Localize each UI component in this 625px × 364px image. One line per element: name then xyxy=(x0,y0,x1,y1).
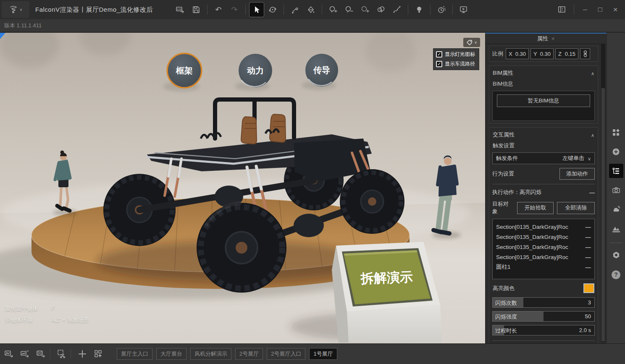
close-icon[interactable] xyxy=(551,36,555,42)
app-menu-button[interactable]: ∨ xyxy=(2,1,29,18)
tab-fan-disassembly[interactable]: 风机分解演示 xyxy=(190,348,231,360)
menu-item-show-traffic[interactable]: 显示车流路径 xyxy=(436,60,476,68)
axis-label: Y xyxy=(533,51,537,57)
panel-scrollbar[interactable] xyxy=(601,44,605,342)
video-export-button[interactable] xyxy=(34,347,48,361)
tab-hall-1[interactable]: 1号展厅 xyxy=(309,348,337,360)
start-pick-label: 开始拾取 xyxy=(524,204,546,212)
scrollbar-thumb[interactable] xyxy=(601,88,605,341)
flash-intensity-slider[interactable]: 闪烁强度 50 xyxy=(492,311,595,322)
plus-icon xyxy=(78,349,87,359)
eyedropper-tool-button[interactable] xyxy=(288,3,302,17)
select-tool-button[interactable] xyxy=(249,3,264,17)
highlight-color-swatch[interactable] xyxy=(583,283,594,293)
minimize-button[interactable] xyxy=(579,3,591,16)
collapse-icon[interactable] xyxy=(591,132,594,138)
fill-tool-button[interactable] xyxy=(304,3,318,17)
light-add-button[interactable] xyxy=(326,3,340,17)
target-list-item[interactable]: Section[0135_DarkGray]Roc xyxy=(496,222,591,232)
bim-empty-button[interactable]: 暂无BIM信息 xyxy=(497,94,590,107)
add-view-button[interactable] xyxy=(76,347,89,361)
scale-link-toggle[interactable] xyxy=(580,48,590,59)
terrain-panel-button[interactable] xyxy=(609,222,623,236)
kiosk-screen[interactable]: 拆解演示 xyxy=(360,270,413,286)
add-action-label: 添加动作 xyxy=(566,170,588,178)
save-button[interactable] xyxy=(189,3,203,17)
tab-hall-main-entrance[interactable]: 展厅主入口 xyxy=(117,348,152,360)
divider xyxy=(322,5,322,15)
target-list-item[interactable]: Section[0135_DarkGray]Roc xyxy=(496,242,591,252)
clear-all-button[interactable]: 全部清除 xyxy=(557,202,595,214)
help-button[interactable] xyxy=(609,267,623,282)
layout-grid-icon xyxy=(557,5,567,14)
tab-lobby-booth[interactable]: 大厅展台 xyxy=(156,348,186,360)
divider xyxy=(245,5,246,15)
add-grid-view-button[interactable] xyxy=(92,347,105,361)
viewport-3d[interactable]: 框架 动力 传导 xyxy=(0,33,485,343)
interaction-section-header[interactable]: 交互属性 xyxy=(492,130,595,141)
scene-tree-panel-button[interactable] xyxy=(609,164,623,178)
link-chain-icon xyxy=(583,50,588,57)
demo-play-button[interactable] xyxy=(457,3,471,17)
layout-button[interactable] xyxy=(555,3,569,17)
exe-export-button[interactable]: EXE xyxy=(173,3,187,17)
ai-image-export-button[interactable]: AI xyxy=(18,347,32,361)
image-export-button[interactable] xyxy=(3,347,16,361)
checkbox-checked-icon[interactable] xyxy=(436,61,442,67)
target-object-list[interactable]: Section[0135_DarkGray]Roc Section[0135_D… xyxy=(492,219,595,279)
titlebar: ∨ FalconV渲染器丨展厅Demo_流化修改后 EXE ↶ ↷ xyxy=(0,0,625,19)
trigger-settings-label: 触发设置 xyxy=(492,141,595,152)
divider xyxy=(492,340,595,341)
interaction-header-label: 交互属性 xyxy=(493,131,515,139)
light-pick-add-button[interactable] xyxy=(358,3,372,17)
settings-button[interactable] xyxy=(609,248,623,262)
shortcut-hints: 聚焦选中物体 F 沿物体环视 ALT + 拖拽场景 xyxy=(5,305,89,324)
scale-x-field[interactable]: X 0.30 xyxy=(506,48,529,59)
light-group-button[interactable] xyxy=(374,3,388,17)
target-list-item[interactable]: Section[0135_DarkGray]Roc xyxy=(496,232,591,242)
remove-target-icon[interactable] xyxy=(586,224,591,230)
maximize-button[interactable] xyxy=(594,3,607,16)
path-tool-button[interactable] xyxy=(390,3,404,17)
panel-tab-properties[interactable]: 属性 xyxy=(486,34,607,44)
remove-target-icon[interactable] xyxy=(586,244,591,250)
scale-z-field[interactable]: Z 0.15 xyxy=(555,48,578,59)
target-list-item[interactable]: Section[0135_DarkGray]Roc xyxy=(496,252,591,262)
trigger-condition-dropdown[interactable]: 触发条件 左键单击 xyxy=(492,152,595,164)
material-panel-button[interactable] xyxy=(609,144,623,159)
panel-body: 比例 X 0.30 Y 0.30 Z 0.15 xyxy=(486,44,600,343)
bim-section-header[interactable]: BIM属性 xyxy=(492,68,595,79)
tab-hall-2-entrance[interactable]: 2号展厅入口 xyxy=(267,348,305,360)
remove-action-icon[interactable] xyxy=(589,189,595,196)
light-remove-button[interactable] xyxy=(342,3,356,17)
crop-screenshot-button[interactable] xyxy=(55,347,68,361)
undo-button[interactable]: ↶ xyxy=(211,3,226,17)
remove-target-icon[interactable] xyxy=(586,254,591,260)
environment-panel-button[interactable] xyxy=(609,202,623,217)
svg-text:AI: AI xyxy=(26,350,29,352)
menu-item-show-lights[interactable]: 显示灯光图标 xyxy=(436,51,476,58)
close-button[interactable] xyxy=(609,3,622,16)
orbit-tool-button[interactable] xyxy=(265,3,280,17)
assets-panel-button[interactable] xyxy=(609,125,623,139)
tab-hall-2[interactable]: 2号展厅 xyxy=(235,348,263,360)
vehicle-seat xyxy=(241,117,257,144)
remove-target-icon[interactable] xyxy=(586,234,591,240)
checkbox-checked-icon[interactable] xyxy=(436,51,442,58)
redo-button[interactable]: ↷ xyxy=(227,3,242,17)
tag-visibility-button[interactable]: ∨ xyxy=(463,38,480,47)
lightbulb-button[interactable] xyxy=(412,3,426,17)
falconv-logo-icon xyxy=(9,5,18,14)
start-pick-button[interactable]: 开始拾取 xyxy=(517,202,554,214)
highlight-color-label: 高亮颜色 xyxy=(493,285,515,292)
path-icon xyxy=(392,5,402,14)
timer-button[interactable] xyxy=(434,3,449,17)
remove-target-icon[interactable] xyxy=(586,264,591,270)
duration-slider[interactable]: 过程时长 2.0 s xyxy=(492,325,595,335)
add-action-button[interactable]: 添加动作 xyxy=(559,168,595,180)
scale-y-field[interactable]: Y 0.30 xyxy=(530,48,554,59)
camera-panel-button[interactable] xyxy=(609,183,623,197)
target-list-item[interactable]: 圆柱1 xyxy=(496,262,591,272)
flash-count-slider[interactable]: 闪烁次数 3 xyxy=(492,297,595,308)
collapse-icon[interactable] xyxy=(591,70,594,76)
